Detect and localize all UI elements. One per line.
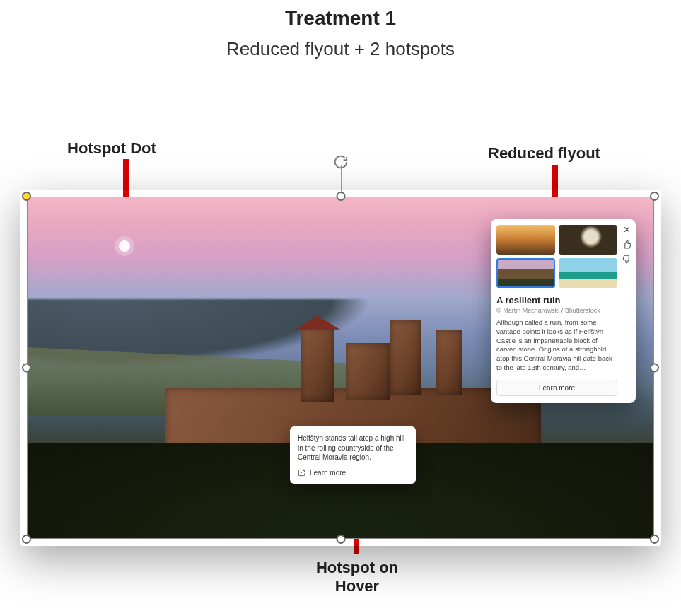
label-reduced-flyout: Reduced flyout <box>488 144 600 163</box>
selected-image-frame[interactable]: Helfštýn stands tall atop a high hill in… <box>27 197 654 539</box>
label-hotspot-hover-line2: Hover <box>335 577 379 595</box>
page-subtitle: Reduced flyout + 2 hotspots <box>0 38 681 60</box>
resize-handle-nw[interactable] <box>22 192 31 201</box>
label-hotspot-dot: Hotspot Dot <box>67 139 156 158</box>
resize-handle-sw[interactable] <box>22 535 31 544</box>
page-title: Treatment 1 <box>0 7 681 30</box>
resize-handle-se[interactable] <box>650 535 659 544</box>
resize-handle-e[interactable] <box>650 364 659 373</box>
resize-handle-s[interactable] <box>336 535 345 544</box>
resize-handle-w[interactable] <box>22 364 31 373</box>
label-hotspot-hover-line1: Hotspot on <box>316 559 398 576</box>
resize-handle-ne[interactable] <box>650 192 659 201</box>
label-hotspot-hover: Hotspot on Hover <box>311 559 403 596</box>
rotate-handle-icon[interactable] <box>333 154 349 170</box>
selection-border <box>27 197 654 539</box>
resize-handle-n[interactable] <box>336 192 345 201</box>
